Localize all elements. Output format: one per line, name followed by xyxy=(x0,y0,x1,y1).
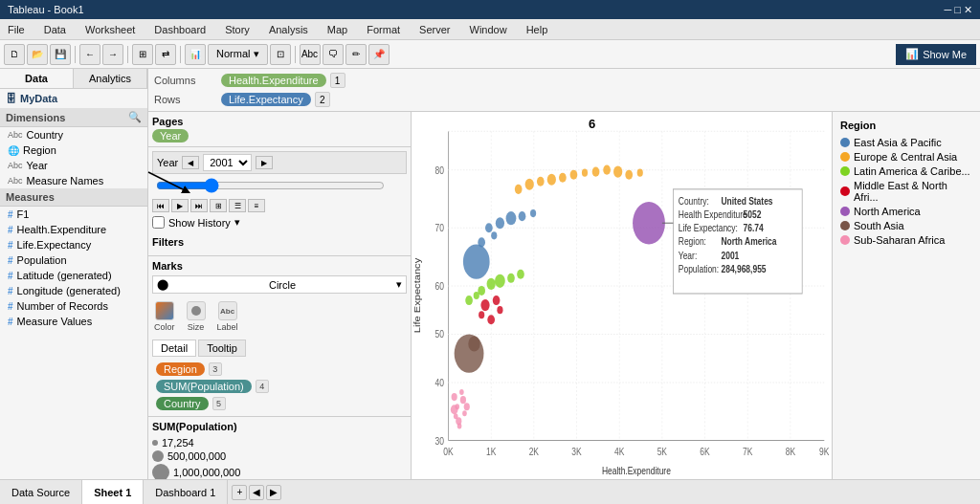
menu-help[interactable]: Help xyxy=(523,22,552,37)
dim-region[interactable]: 🌐 Region xyxy=(0,142,147,158)
back-btn[interactable]: ← xyxy=(79,44,100,65)
legend-item-4: North America xyxy=(840,206,972,217)
swap-btn[interactable]: ⇄ xyxy=(155,44,176,65)
data-source-item[interactable]: 🗄 MyData xyxy=(0,89,147,108)
legend-dot-0 xyxy=(840,138,850,147)
year-slider[interactable] xyxy=(156,178,385,193)
menu-file[interactable]: File xyxy=(4,22,29,37)
meas-life[interactable]: # Life.Expectancy xyxy=(0,237,147,252)
dim-measure-names[interactable]: Abc Measure Names xyxy=(0,173,147,188)
options-btn[interactable]: ≡ xyxy=(248,199,265,212)
meas-health[interactable]: # Health.Expenditure xyxy=(0,222,147,237)
title-bar: Tableau - Book1 ─ □ ✕ xyxy=(0,0,980,19)
tooltip-btn[interactable]: 🗨 xyxy=(323,44,344,65)
menu-server[interactable]: Server xyxy=(415,22,454,37)
label-btn-marks[interactable]: Abc Label xyxy=(215,299,240,334)
svg-text:5K: 5K xyxy=(657,446,668,457)
sum-pop-label-2: 500,000,000 xyxy=(167,450,226,462)
meas-lon[interactable]: # Longitude (generated) xyxy=(0,283,147,298)
circle-icon-small: ⬤ xyxy=(157,278,168,291)
svg-point-74 xyxy=(582,169,588,177)
fit-btn[interactable]: ⊡ xyxy=(270,44,291,65)
play-back-btn[interactable]: ⏮ xyxy=(152,199,169,212)
dim-year[interactable]: Abc Year xyxy=(0,158,147,173)
year-select[interactable]: 2001 xyxy=(203,154,252,171)
normal-dropdown[interactable]: Normal ▾ xyxy=(208,44,268,65)
hash-icon8: # xyxy=(8,317,13,327)
grid-view-btn[interactable]: ⊞ xyxy=(210,199,227,212)
svg-point-64 xyxy=(507,274,515,283)
label-btn[interactable]: Abc xyxy=(300,44,321,65)
svg-point-65 xyxy=(517,270,524,279)
abc-icon: Abc xyxy=(8,130,23,140)
data-source-tab[interactable]: Data Source xyxy=(0,480,82,504)
size-btn[interactable]: Size xyxy=(185,299,208,334)
svg-point-73 xyxy=(570,170,578,180)
search-icon[interactable]: 🔍 xyxy=(128,111,142,123)
show-history-checkbox[interactable] xyxy=(152,216,165,229)
play-fwd-btn[interactable]: ⏭ xyxy=(190,199,208,212)
open-btn[interactable]: 📂 xyxy=(27,44,48,65)
data-source-btn[interactable]: ⊞ xyxy=(132,44,153,65)
save-btn[interactable]: 💾 xyxy=(50,44,71,65)
detail-tab[interactable]: Detail xyxy=(152,340,196,357)
legend-dot-3 xyxy=(840,186,850,196)
dimensions-header: Dimensions 🔍 xyxy=(0,108,147,127)
menu-data[interactable]: Data xyxy=(40,22,70,37)
show-me-button[interactable]: 📊 Show Me xyxy=(896,44,976,65)
menu-window[interactable]: Window xyxy=(466,22,511,37)
svg-point-80 xyxy=(633,202,665,244)
sheet1-tab[interactable]: Sheet 1 xyxy=(82,480,144,504)
color-label: Color xyxy=(154,322,175,332)
menu-story[interactable]: Story xyxy=(221,22,254,37)
country-pill[interactable]: Country xyxy=(156,397,209,410)
show-history-dropdown[interactable]: ▾ xyxy=(234,216,240,229)
scroll-sheets-right[interactable]: ▶ xyxy=(266,485,281,500)
svg-text:1K: 1K xyxy=(486,446,497,457)
window-controls[interactable]: ─ □ ✕ xyxy=(944,4,972,16)
measures-header: Measures xyxy=(0,188,147,207)
color-btn[interactable]: Color xyxy=(152,299,177,334)
menu-format[interactable]: Format xyxy=(363,22,404,37)
dim-country[interactable]: Abc Country xyxy=(0,127,147,142)
menu-map[interactable]: Map xyxy=(323,22,351,37)
meas-num-records[interactable]: # Number of Records xyxy=(0,298,147,314)
play-btn[interactable]: ▶ xyxy=(171,199,189,212)
fwd-btn[interactable]: → xyxy=(102,44,123,65)
pages-section: Pages Year xyxy=(148,112,411,147)
region-pill[interactable]: Region xyxy=(156,362,205,376)
toolbar: 🗋 📂 💾 ← → ⊞ ⇄ 📊 Normal ▾ ⊡ Abc 🗨 ✏ 📌 📊 S… xyxy=(0,40,980,69)
menu-analysis[interactable]: Analysis xyxy=(265,22,312,37)
menu-dashboard[interactable]: Dashboard xyxy=(150,22,210,37)
scroll-sheets-left[interactable]: ◀ xyxy=(249,485,264,500)
meas-pop[interactable]: # Population xyxy=(0,252,147,268)
list-view-btn[interactable]: ☰ xyxy=(229,199,246,212)
legend-label-0: East Asia & Pacific xyxy=(854,137,942,148)
rows-pill[interactable]: Life.Expectancy xyxy=(221,93,311,106)
population-pill[interactable]: SUM(Population) xyxy=(156,380,252,393)
tab-data[interactable]: Data xyxy=(0,69,74,88)
size-icon xyxy=(187,301,206,320)
separator2 xyxy=(127,46,128,63)
columns-pill[interactable]: Health.Expenditure xyxy=(221,74,326,87)
svg-text:5052: 5052 xyxy=(744,208,762,220)
meas-values[interactable]: # Measure Values xyxy=(0,314,147,329)
tab-analytics[interactable]: Analytics xyxy=(74,69,147,88)
mark-btn[interactable]: ✏ xyxy=(345,44,367,65)
chart-area[interactable]: 30 40 50 60 70 80 0K 1K 2K 3K 4K 5K 6K xyxy=(412,112,832,479)
marks-type-dropdown[interactable]: ⬤ Circle ▾ xyxy=(152,275,407,294)
chart-icon: 📊 xyxy=(905,48,919,60)
tooltip-tab[interactable]: Tooltip xyxy=(198,340,246,357)
pages-year-pill[interactable]: Year xyxy=(152,129,189,142)
year-prev-btn[interactable]: ◀ xyxy=(182,156,199,169)
new-btn[interactable]: 🗋 xyxy=(4,44,25,65)
chart-type-btn[interactable]: 📊 xyxy=(185,44,206,65)
meas-lat[interactable]: # Latitude (generated) xyxy=(0,268,147,283)
svg-point-69 xyxy=(525,179,534,190)
dashboard1-tab[interactable]: Dashboard 1 xyxy=(144,480,228,504)
add-sheet-btn[interactable]: + xyxy=(232,485,247,500)
meas-f1[interactable]: # F1 xyxy=(0,207,147,222)
annotate-btn[interactable]: 📌 xyxy=(368,44,390,65)
year-next-btn[interactable]: ▶ xyxy=(256,156,273,169)
menu-worksheet[interactable]: Worksheet xyxy=(81,22,139,37)
